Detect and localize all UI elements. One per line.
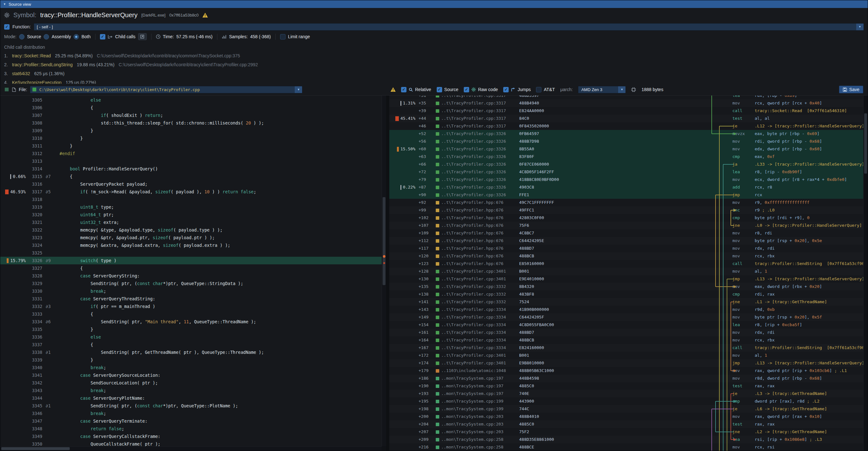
- asm-row[interactable]: +52..t\TracyProfiler.cpp:33260FB64597mov…: [389, 130, 863, 138]
- scrollbar-thumb[interactable]: [864, 113, 867, 174]
- source-line[interactable]: 3324 memcpy( &extra, &payload.extra, siz…: [0, 241, 382, 249]
- asm-row[interactable]: +154..t\TracyProfiler.cpp:33344C8D055FBA…: [389, 321, 863, 329]
- source-line[interactable]: 15.79%3326∂9 switch( type ): [0, 257, 382, 264]
- source-line[interactable]: 3340 break;: [0, 364, 382, 371]
- child-call-entry[interactable]: 2.tracy::Profiler::SendLongString19.88 m…: [4, 60, 868, 69]
- source-line[interactable]: 46.93%3317∂5 if( !m_sock->Read( &payload…: [0, 188, 382, 196]
- asm-row[interactable]: +31..t\TracyProfiler.cpp:3317488D5597lea…: [389, 95, 863, 99]
- asm-row[interactable]: +141..t\TracyProfiler.cpp:33327524jne.L1…: [389, 298, 863, 306]
- source-line[interactable]: 3346 break;: [0, 410, 382, 417]
- source-line[interactable]: 3314 bool Profiler::HandleServerQuery(): [0, 165, 382, 173]
- source-vertical-scrollbar[interactable]: [382, 95, 386, 446]
- scrollbar-thumb[interactable]: [382, 197, 385, 285]
- source-line[interactable]: 3332∂3 if( ptr == m_mainThread ): [0, 303, 382, 310]
- asm-row[interactable]: 45.41%+44..t\TracyProfiler.cpp:331784C0t…: [389, 115, 863, 122]
- function-checkbox[interactable]: ✓: [4, 24, 9, 30]
- hot-line-marker[interactable]: [383, 262, 385, 264]
- asm-row[interactable]: +39..t\TracyProfiler.cpp:3317E824AA0000c…: [389, 107, 863, 115]
- raw-code-checkbox[interactable]: ✓: [464, 87, 469, 92]
- uarch-select[interactable]: AMD Zen 3 ▼: [578, 86, 626, 93]
- source-line[interactable]: 3305 else: [0, 96, 382, 104]
- source-line[interactable]: 3336 else: [0, 333, 382, 341]
- source-line[interactable]: 3348 return false;: [0, 425, 382, 432]
- asm-row[interactable]: +72..t\TracyProfiler.cpp:33264C8D05F146F…: [389, 168, 863, 176]
- source-line[interactable]: 3313: [0, 157, 382, 165]
- child-call-entry[interactable]: 3.stat64i32625 μs (1.36%): [4, 69, 868, 78]
- file-select[interactable]: C:\Users\wolf\Desktop\darkrl\contrib\tra…: [30, 86, 302, 93]
- toggle-relative[interactable]: ✓ Relative: [401, 87, 431, 92]
- source-line[interactable]: 3334∂6 SendString( ptr, "Main thread", 1…: [0, 318, 382, 326]
- source-line[interactable]: 3327 {: [0, 264, 382, 272]
- asm-row[interactable]: +149..t\TracyProfiler.cpp:3334C64424205F…: [389, 313, 863, 321]
- source-horizontal-scrollbar[interactable]: [0, 446, 382, 451]
- source-line[interactable]: 3349 case ServerQueryCallstackFrame:: [0, 432, 382, 440]
- source-line[interactable]: 3350 QueueCallstackFrame( ptr );: [0, 440, 382, 446]
- titlebar[interactable]: ▼ Source view: [0, 0, 868, 8]
- asm-row[interactable]: 1.31%+35..t\TracyProfiler.cpp:3317488B49…: [389, 99, 863, 107]
- source-line[interactable]: 0.66%3315∂7 {: [0, 173, 382, 180]
- source-line[interactable]: 3344 case ServerQueryPlotName:: [0, 394, 382, 402]
- source-line[interactable]: 3328 case ServerQueryString:: [0, 272, 382, 280]
- asm-row[interactable]: +107..t\TracyProfiler.hpp:67675F6jne.L0 …: [389, 222, 863, 229]
- relative-checkbox[interactable]: ✓: [401, 87, 406, 92]
- source-line[interactable]: 3341 case ServerQuerySourceLocation:: [0, 371, 382, 379]
- asm-row[interactable]: 0.22%+87..t\TracyProfiler.cpp:33264903C8…: [389, 183, 863, 191]
- asm-row[interactable]: +164..t\TracyProfiler.cpp:3334488BCBmovr…: [389, 336, 863, 344]
- asm-row[interactable]: +46..t\TracyProfiler.cpp:33170F843502000…: [389, 122, 863, 130]
- asm-row[interactable]: 15.50%+60..t\TracyProfiler.cpp:33268B55A…: [389, 145, 863, 153]
- limit-range-checkbox[interactable]: ✓: [280, 34, 285, 39]
- toggle-jumps[interactable]: ✓ Jumps: [503, 87, 531, 92]
- asm-row[interactable]: +143..t\TracyProfiler.cpp:333441B90B0000…: [389, 306, 863, 313]
- radio-assembly[interactable]: [43, 34, 49, 39]
- source-line[interactable]: 3333 {: [0, 310, 382, 318]
- asm-row[interactable]: +204..mon\TracySystem.cpp:2034885C0testr…: [389, 420, 863, 428]
- source-line[interactable]: 3316 ServerQueryPacket payload;: [0, 180, 382, 188]
- asm-row[interactable]: +167..t\TracyProfiler.cpp:3334E824160000…: [389, 344, 863, 352]
- pane-splitter[interactable]: [386, 95, 389, 451]
- child-call-entry[interactable]: 1.tracy::Socket::Read25.25 ms (54.89%)C:…: [4, 51, 868, 60]
- child-calls-checkbox[interactable]: ✓: [100, 34, 105, 39]
- source-line[interactable]: 3311 }: [0, 142, 382, 150]
- source-line[interactable]: 3323 memcpy( &ptr, &payload.ptr, sizeof(…: [0, 234, 382, 241]
- asm-row[interactable]: +128..t\TracyProfiler.cpp:3401B001moval,…: [389, 268, 863, 275]
- asm-row[interactable]: +90..t\TracyProfiler.cpp:3326FFE1jmprcx: [389, 191, 863, 199]
- source-line[interactable]: 3342 SendSourceLocation( ptr );: [0, 379, 382, 387]
- asm-row[interactable]: +66..t\TracyProfiler.cpp:33260F87CE06000…: [389, 160, 863, 168]
- att-checkbox[interactable]: ✓: [536, 87, 541, 92]
- source-line[interactable]: 3337 {: [0, 341, 382, 349]
- child-call-entry[interactable]: 4.KeSynchronizeExecution125 μs (0.27%): [4, 78, 868, 84]
- asm-row[interactable]: +63..t\TracyProfiler.cpp:332683F80Fcmpea…: [389, 153, 863, 160]
- source-line[interactable]: 3335 }: [0, 326, 382, 333]
- asm-row[interactable]: +130..t\TracyProfiler.cpp:3401E9E4010000…: [389, 275, 863, 283]
- asm-row[interactable]: +161..t\TracyProfiler.cpp:3334488BD7movr…: [389, 329, 863, 336]
- asm-row[interactable]: +79..t\TracyProfiler.cpp:3326418B8C80E0B…: [389, 176, 863, 183]
- source-line[interactable]: 3312#endif: [0, 150, 382, 157]
- jumps-checkbox[interactable]: ✓: [503, 87, 509, 92]
- source-line[interactable]: 3306 {: [0, 104, 382, 112]
- assembly-vertical-scrollbar[interactable]: [863, 95, 868, 451]
- source-line[interactable]: 3310 }: [0, 134, 382, 142]
- toggle-raw-code[interactable]: ✓ Raw code: [464, 87, 498, 92]
- toggle-source[interactable]: ✓ Source: [437, 87, 458, 92]
- child-calls-options-button[interactable]: [138, 33, 147, 40]
- asm-row[interactable]: +123..t\TracyProfiler.hpp:676E850160000c…: [389, 260, 863, 268]
- source-line[interactable]: 3347 case ServerQueryTerminate:: [0, 417, 382, 425]
- asm-row[interactable]: +92..t\TracyProfiler.hpp:67649C7C1FFFFFF…: [389, 199, 863, 206]
- asm-row[interactable]: +174..t\TracyProfiler.cpp:3401E9B8010000…: [389, 359, 863, 367]
- chevron-down-icon[interactable]: ▼: [856, 24, 864, 30]
- source-line[interactable]: 3343 break;: [0, 387, 382, 394]
- source-line[interactable]: 3339 }: [0, 356, 382, 364]
- asm-row[interactable]: +179..1103\include\atomic:1048488B05B63C…: [389, 367, 863, 374]
- function-select[interactable]: [ - self - ] ▼: [34, 23, 864, 31]
- asm-row[interactable]: +120..t\TracyProfiler.hpp:676488BCBmovrc…: [389, 252, 863, 260]
- source-line[interactable]: 3309 }: [0, 127, 382, 134]
- source-line[interactable]: 3308 std::this_thread::sleep_for( std::c…: [0, 119, 382, 127]
- asm-row[interactable]: +112..t\TracyProfiler.hpp:676C64424205Em…: [389, 237, 863, 245]
- asm-row[interactable]: +193..mon\TracySystem.cpp:197740Eje.L3 -…: [389, 390, 863, 397]
- collapse-icon[interactable]: ▼: [3, 3, 6, 6]
- scrollbar-thumb[interactable]: [1, 447, 70, 450]
- radio-source[interactable]: [19, 34, 25, 39]
- source-line[interactable]: 3345∂1 SendString( ptr, (const char*)ptr…: [0, 402, 382, 410]
- asm-row[interactable]: +172..t\TracyProfiler.cpp:3401B001moval,…: [389, 352, 863, 359]
- source-line[interactable]: 3307 if( shouldExit ) return;: [0, 112, 382, 119]
